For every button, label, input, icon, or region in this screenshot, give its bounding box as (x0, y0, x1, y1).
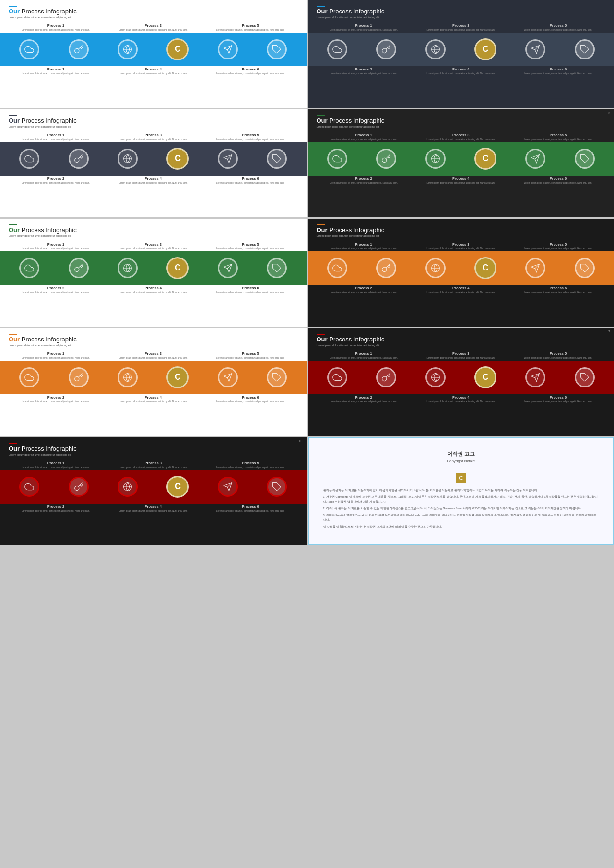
s4-proc-1-desc: Lorem ipsum dolor sit amet, consectetur … (320, 138, 408, 141)
s9-proc-4-desc: Lorem ipsum dolor sit amet, consectetur … (109, 510, 197, 513)
proc-5-name: Process 5 (207, 23, 295, 28)
s9-proc-2-name: Process 2 (12, 504, 100, 509)
s5-circle-send (218, 258, 238, 278)
s2-circle-cloud (327, 39, 347, 59)
s7-proc-3-name: Process 3 (109, 352, 197, 356)
circle-c: C (166, 38, 189, 60)
slide-8-subtitle: Lorem ipsum dolor sit amet consectetur a… (317, 344, 606, 347)
s2-process-1-top: Process 1 Lorem ipsum dolor sit amet, co… (320, 23, 408, 32)
process-6-bottom: Process 6 Lorem ipsum dolor sit amet, co… (207, 67, 295, 106)
s7-process-6: Process 6 Lorem ipsum dolor sit amet, co… (207, 395, 295, 434)
slide-3-band: C (0, 142, 307, 176)
s8-proc-5-name: Process 5 (514, 352, 602, 356)
slide-9-page: 10 (299, 439, 303, 443)
s9-proc-2-desc: Lorem ipsum dolor sit amet, consectetur … (12, 510, 100, 513)
circle-cloud (19, 39, 39, 59)
slide-5-subtitle: Lorem ipsum dolor sit amet consectetur a… (9, 235, 298, 237)
s9-proc-6-desc: Lorem ipsum dolor sit amet, consectetur … (207, 510, 295, 513)
s5-process-1: Process 1 Lorem ipsum dolor sit amet, co… (12, 242, 100, 250)
s8-process-2: Process 2 Lorem ipsum dolor sit amet, co… (320, 395, 408, 434)
s8-proc-6-name: Process 6 (514, 395, 602, 399)
slide-7-bottom-processes: Process 2 Lorem ipsum dolor sit amet, co… (0, 394, 307, 436)
process-5-top: Process 5 Lorem ipsum dolor sit amet, co… (207, 23, 295, 32)
s9-proc-3-desc: Lorem ipsum dolor sit amet, consectetur … (109, 466, 197, 469)
s9-proc-1-name: Process 1 (12, 461, 100, 465)
slide-1: Our Process Infographic Lorem ipsum dolo… (0, 0, 307, 108)
s4-proc-1-name: Process 1 (320, 133, 408, 137)
s4-proc-4-name: Process 4 (417, 176, 505, 181)
s7-circle-c: C (166, 366, 189, 388)
slide-2-header: Our Process Infographic Lorem ipsum dolo… (308, 0, 614, 21)
s8-proc-5-desc: Lorem ipsum dolor sit amet, consectetur … (514, 357, 602, 360)
slide-9-subtitle: Lorem ipsum dolor sit amet consectetur a… (9, 453, 298, 456)
s2-process-6-bottom: Process 6 Lorem ipsum dolor sit amet, co… (514, 67, 602, 106)
s8-proc-1-desc: Lorem ipsum dolor sit amet, consectetur … (320, 357, 408, 360)
slide-8-bottom-processes: Process 2 Lorem ipsum dolor sit amet, co… (308, 394, 614, 436)
s7-proc-1-desc: Lorem ipsum dolor sit amet, consectetur … (12, 357, 100, 360)
s7-proc-4-desc: Lorem ipsum dolor sit amet, consectetur … (109, 400, 197, 403)
accent-bar-8 (317, 334, 325, 335)
copyright-title: 저작권 고고 (323, 450, 599, 457)
s5-circle-key (69, 258, 89, 278)
s5-proc-3-desc: Lorem ipsum dolor sit amet, consectetur … (109, 247, 197, 250)
s6-process-4: Process 4 Lorem ipsum dolor sit amet, co… (417, 286, 505, 324)
s3-process-4: Process 4 Lorem ipsum dolor sit amet, co… (109, 176, 197, 215)
process-2-bottom: Process 2 Lorem ipsum dolor sit amet, co… (12, 67, 100, 106)
slide-6: Our Process Infographic Lorem ipsum dolo… (308, 219, 614, 327)
slide-5-header: Our Process Infographic Lorem ipsum dolo… (0, 219, 307, 239)
slide-3: Our Process Infographic Lorem ipsum dolo… (0, 109, 307, 217)
proc-6-desc: Lorem ipsum dolor sit amet, consectetur … (207, 72, 295, 75)
s2-circle-c: C (474, 38, 496, 60)
s9-proc-4-name: Process 4 (109, 504, 197, 509)
s7-proc-3-desc: Lorem ipsum dolor sit amet, consectetur … (109, 357, 197, 360)
s4-circle-c: C (474, 148, 496, 170)
s7-proc-5-desc: Lorem ipsum dolor sit amet, consectetur … (207, 357, 295, 360)
slide-8-title: Our Process Infographic (317, 336, 606, 343)
s9-circle-globe (118, 477, 138, 497)
process-3-top: Process 3 Lorem ipsum dolor sit amet, co… (109, 23, 197, 32)
s8-circle-globe (425, 367, 446, 387)
slide-4-title: Our Process Infographic (317, 117, 606, 125)
s4-process-2: Process 2 Lorem ipsum dolor sit amet, co… (320, 176, 408, 215)
s5-proc-5-desc: Lorem ipsum dolor sit amet, consectetur … (207, 247, 295, 250)
accent-bar-9 (9, 443, 17, 444)
s2-proc-1-desc: Lorem ipsum dolor sit amet, consectetur … (320, 29, 408, 32)
s4-proc-6-desc: Lorem ipsum dolor sit amet, consectetur … (514, 182, 602, 185)
slide-3-top-processes: Process 1 Lorem ipsum dolor sit amet, co… (0, 130, 307, 142)
s6-proc-1-desc: Lorem ipsum dolor sit amet, consectetur … (320, 247, 408, 250)
slide-7: Our Process Infographic Lorem ipsum dolo… (0, 328, 307, 436)
s6-proc-3-desc: Lorem ipsum dolor sit amet, consectetur … (417, 247, 505, 250)
s3-proc-2-name: Process 2 (12, 176, 100, 181)
s8-process-1: Process 1 Lorem ipsum dolor sit amet, co… (320, 352, 408, 360)
s4-process-1: Process 1 Lorem ipsum dolor sit amet, co… (320, 133, 408, 141)
s7-process-2: Process 2 Lorem ipsum dolor sit amet, co… (12, 395, 100, 434)
s5-process-4: Process 4 Lorem ipsum dolor sit amet, co… (109, 286, 197, 324)
s6-proc-4-name: Process 4 (417, 286, 505, 290)
s5-process-6: Process 6 Lorem ipsum dolor sit amet, co… (207, 286, 295, 324)
s6-circle-cloud (327, 258, 347, 278)
s3-proc-5-name: Process 5 (207, 133, 295, 137)
s4-process-4: Process 4 Lorem ipsum dolor sit amet, co… (417, 176, 505, 215)
circle-tag (267, 39, 287, 59)
slide-4-top-processes: Process 1 Lorem ipsum dolor sit amet, co… (308, 130, 614, 142)
s6-process-1: Process 1 Lorem ipsum dolor sit amet, co… (320, 242, 408, 250)
s9-proc-5-name: Process 5 (207, 461, 295, 465)
s4-proc-5-desc: Lorem ipsum dolor sit amet, consectetur … (514, 138, 602, 141)
proc-4-name: Process 4 (109, 67, 197, 71)
s4-process-6: Process 6 Lorem ipsum dolor sit amet, co… (514, 176, 602, 215)
slide-4-header: Our Process Infographic Lorem ipsum dolo… (308, 109, 614, 130)
s6-process-6: Process 6 Lorem ipsum dolor sit amet, co… (514, 286, 602, 324)
s2-circle-tag (575, 39, 595, 59)
s6-proc-6-name: Process 6 (514, 286, 602, 290)
slide-8-header: Our Process Infographic Lorem ipsum dolo… (308, 328, 614, 349)
s6-proc-3-name: Process 3 (417, 242, 505, 246)
slide-1-subtitle: Lorem ipsum dolor sit amet consectetur a… (9, 16, 298, 19)
copyright-para-4: 3. 이메일(Email) & 연락처(Duara): 이 자료의 관련 문의사… (323, 513, 599, 522)
copyright-logo: C (456, 473, 466, 483)
s7-proc-2-name: Process 2 (12, 395, 100, 399)
slide-9-top-processes: Process 1 Lorem ipsum dolor sit amet, co… (0, 458, 307, 470)
s5-process-5: Process 5 Lorem ipsum dolor sit amet, co… (207, 242, 295, 250)
slide-2-bottom-processes: Process 2 Lorem ipsum dolor sit amet, co… (308, 66, 614, 108)
s3-proc-3-desc: Lorem ipsum dolor sit amet, consectetur … (109, 138, 197, 141)
copyright-body: 귀하는 이용자는 이 자료를 이용하기에 앞서 다음의 사항을 유의하시기 바랍… (323, 488, 599, 531)
